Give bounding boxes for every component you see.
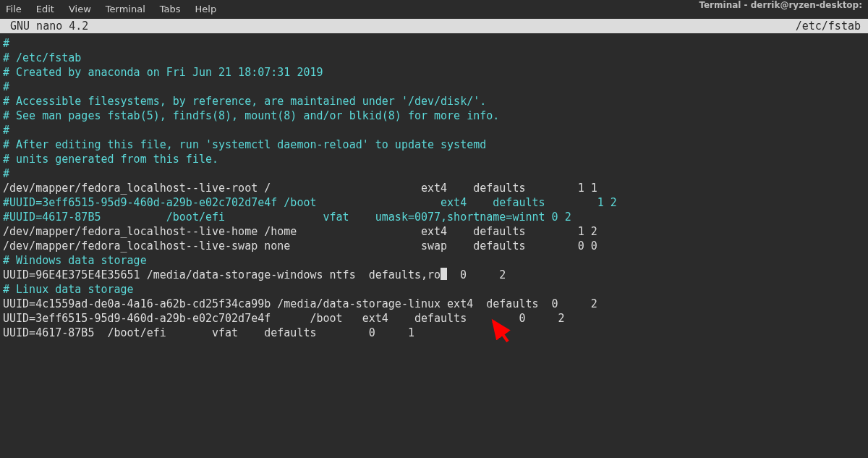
nano-filename: /etc/fstab	[796, 19, 868, 33]
menu-edit[interactable]: Edit	[29, 1, 61, 17]
editor-line[interactable]: #	[3, 80, 865, 94]
menu-terminal[interactable]: Terminal	[98, 1, 153, 17]
editor-line[interactable]: # Windows data storage	[3, 253, 865, 268]
editor-line[interactable]: # Accessible filesystems, by reference, …	[3, 94, 865, 109]
editor-viewport[interactable]: ## /etc/fstab# Created by anaconda on Fr…	[0, 33, 868, 343]
editor-line[interactable]: # After editing this file, run 'systemct…	[3, 137, 865, 152]
editor-line[interactable]: # /etc/fstab	[3, 51, 865, 65]
editor-line[interactable]: UUID=4617-87B5 /boot/efi vfat defaults 0…	[3, 326, 865, 340]
menu-file[interactable]: File	[4, 1, 29, 17]
editor-line[interactable]: #UUID=3eff6515-95d9-460d-a29b-e02c702d7e…	[3, 195, 865, 210]
editor-line[interactable]: /dev/mapper/fedora_localhost--live-swap …	[3, 239, 865, 253]
text-cursor	[441, 268, 447, 280]
editor-line[interactable]: UUID=4c1559ad-de0a-4a16-a62b-cd25f34ca99…	[3, 297, 865, 311]
menu-view[interactable]: View	[61, 1, 98, 17]
editor-line[interactable]: # Created by anaconda on Fri Jun 21 18:0…	[3, 65, 865, 80]
editor-line[interactable]: #	[3, 123, 865, 137]
editor-line[interactable]: #	[3, 166, 865, 181]
editor-line[interactable]: # Linux data storage	[3, 282, 865, 297]
menu-help[interactable]: Help	[188, 1, 224, 17]
editor-line[interactable]: UUID=3eff6515-95d9-460d-a29b-e02c702d7e4…	[3, 311, 865, 326]
nano-header: GNU nano 4.2 /etc/fstab	[0, 19, 868, 33]
editor-line[interactable]: #UUID=4617-87B5 /boot/efi vfat umask=007…	[3, 210, 865, 224]
editor-line[interactable]: #	[3, 36, 865, 51]
nano-app-name: GNU nano 4.2	[0, 19, 88, 33]
editor-line[interactable]: /dev/mapper/fedora_localhost--live-home …	[3, 224, 865, 239]
window-title: Terminal - derrik@ryzen-desktop:	[699, 0, 862, 10]
editor-line[interactable]: # See man pages fstab(5), findfs(8), mou…	[3, 109, 865, 123]
editor-line[interactable]: /dev/mapper/fedora_localhost--live-root …	[3, 181, 865, 195]
editor-line[interactable]: UUID=96E4E375E4E35651 /media/data-storag…	[3, 268, 865, 282]
menu-tabs[interactable]: Tabs	[153, 1, 188, 17]
editor-line[interactable]: # units generated from this file.	[3, 152, 865, 166]
